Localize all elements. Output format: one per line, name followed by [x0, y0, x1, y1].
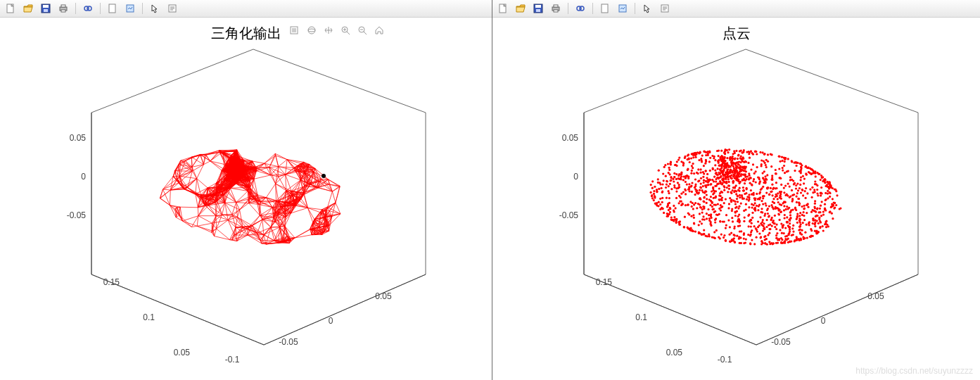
svg-point-4150: [739, 182, 741, 184]
save-icon[interactable]: [38, 1, 53, 15]
save-icon[interactable]: [530, 1, 546, 15]
svg-point-3067: [699, 213, 701, 215]
svg-point-3264: [827, 193, 829, 195]
svg-point-4070: [688, 188, 690, 190]
svg-point-3909: [751, 194, 753, 196]
print-icon[interactable]: [548, 1, 564, 15]
svg-point-2794: [675, 191, 677, 193]
svg-point-2877: [806, 237, 808, 239]
svg-point-3228: [699, 151, 701, 153]
svg-point-3804: [751, 203, 753, 205]
svg-point-3958: [713, 176, 715, 178]
svg-point-4102: [717, 182, 719, 184]
link-icon[interactable]: [80, 1, 96, 15]
svg-point-3781: [791, 194, 794, 196]
svg-point-3305: [691, 191, 693, 193]
pointer-icon[interactable]: [147, 1, 163, 15]
svg-point-4065: [768, 205, 770, 207]
svg-point-4060: [729, 172, 731, 174]
svg-point-4055: [761, 240, 763, 242]
svg-point-3991: [775, 172, 777, 175]
svg-point-3315: [756, 236, 758, 239]
svg-point-4080: [710, 224, 712, 227]
svg-point-4081: [678, 184, 680, 186]
svg-point-2848: [728, 148, 730, 151]
svg-point-3100: [693, 217, 695, 219]
svg-point-3721: [759, 151, 761, 153]
svg-point-3341: [661, 197, 663, 199]
open-fig-icon[interactable]: [615, 1, 630, 15]
print-icon[interactable]: [56, 1, 71, 15]
brush-icon[interactable]: [288, 24, 301, 37]
svg-point-2996: [691, 205, 693, 208]
svg-rect-2664: [554, 5, 558, 7]
svg-point-3808: [773, 202, 775, 204]
home-icon[interactable]: [373, 24, 386, 37]
svg-point-4098: [669, 208, 671, 210]
svg-point-3908: [814, 222, 816, 224]
svg-point-4064: [733, 234, 735, 236]
open-fig-icon[interactable]: [122, 1, 138, 15]
notes-icon[interactable]: [165, 1, 180, 15]
new-file-icon[interactable]: [495, 1, 511, 15]
svg-point-4158: [800, 166, 802, 168]
svg-point-20: [308, 29, 315, 32]
svg-point-3046: [740, 203, 742, 205]
svg-point-2966: [731, 217, 733, 219]
pointer-icon[interactable]: [639, 1, 655, 15]
z-tick: -0.05: [67, 210, 87, 220]
svg-point-3184: [692, 167, 694, 169]
svg-point-3687: [684, 156, 686, 158]
svg-point-3552: [807, 167, 809, 169]
svg-point-3898: [786, 221, 788, 223]
open-icon[interactable]: [20, 1, 36, 15]
svg-point-3914: [675, 178, 677, 180]
svg-point-3866: [718, 199, 720, 201]
zoom-in-icon[interactable]: [339, 24, 352, 37]
svg-point-3345: [748, 200, 750, 202]
svg-point-3337: [783, 209, 785, 211]
svg-point-3588: [748, 206, 750, 208]
svg-point-3849: [771, 191, 773, 193]
svg-point-3771: [765, 164, 767, 166]
link-icon[interactable]: [573, 1, 588, 15]
axes-3d-right[interactable]: 0.05 0 -0.05 0.15 0.1 0.05 -0.1 -0.05 0 …: [535, 42, 957, 366]
svg-point-3248: [821, 201, 823, 203]
svg-point-2712: [692, 163, 694, 165]
svg-point-4013: [795, 239, 797, 241]
svg-point-4002: [734, 201, 737, 203]
x-tick: -0.05: [771, 337, 791, 347]
svg-point-4128: [701, 222, 703, 224]
svg-point-2716: [775, 234, 777, 236]
svg-point-4117: [771, 179, 773, 181]
svg-point-3985: [789, 220, 791, 222]
svg-point-2707: [753, 243, 756, 245]
svg-point-3414: [723, 202, 725, 204]
new-fig-icon[interactable]: [105, 1, 120, 15]
svg-point-4162: [734, 241, 736, 243]
svg-point-3960: [834, 206, 836, 208]
axes-3d-left[interactable]: 0.05 0 -0.05 0.15 0.1 0.05 -0.1 -0.05 0 …: [42, 42, 464, 366]
rotate-icon[interactable]: [305, 24, 318, 37]
notes-icon[interactable]: [657, 1, 673, 15]
svg-point-3523: [800, 223, 802, 225]
new-fig-icon[interactable]: [597, 1, 613, 15]
svg-point-3871: [765, 159, 768, 161]
svg-point-3699: [744, 160, 746, 163]
pan-icon[interactable]: [322, 24, 335, 37]
svg-point-2985: [725, 227, 727, 229]
svg-point-3947: [771, 175, 773, 177]
svg-point-3591: [704, 163, 706, 165]
open-icon[interactable]: [513, 1, 528, 15]
svg-point-3782: [665, 186, 667, 189]
svg-point-3385: [801, 234, 803, 236]
svg-point-3419: [651, 180, 654, 182]
svg-point-3929: [779, 194, 781, 196]
svg-point-3404: [782, 160, 784, 162]
svg-point-3936: [718, 236, 720, 239]
zoom-out-icon[interactable]: [356, 24, 369, 37]
svg-point-4028: [746, 178, 748, 180]
new-file-icon[interactable]: [3, 1, 18, 15]
svg-point-3889: [750, 219, 752, 221]
svg-point-3972: [738, 167, 740, 169]
